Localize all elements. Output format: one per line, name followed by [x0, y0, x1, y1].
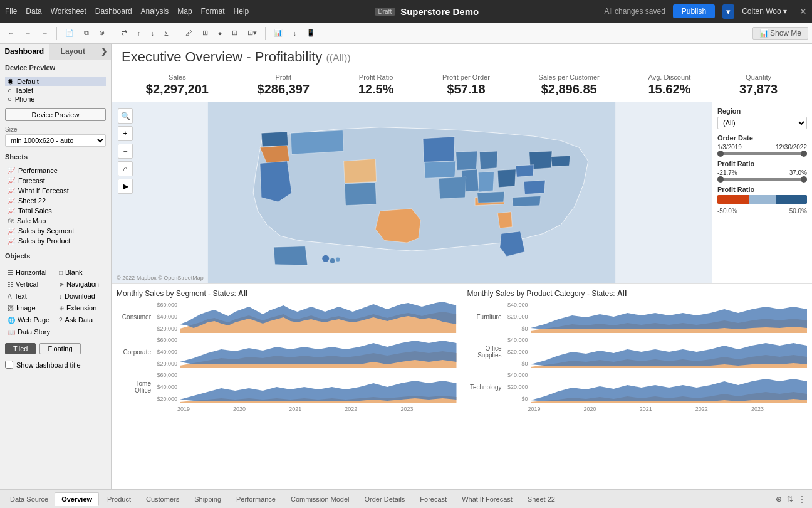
tab-product[interactable]: Product [100, 492, 138, 506]
tab-overview[interactable]: Overview [55, 492, 99, 506]
tab-what-if-forecast[interactable]: What If Forecast [455, 492, 519, 506]
sheet-forecast[interactable]: 📈 Forecast [5, 176, 106, 186]
profit-ratio-range: -21.7% 37.0% [717, 169, 807, 176]
tab-performance-label: Performance [236, 495, 276, 503]
view-data-button[interactable]: 📊 [270, 27, 286, 39]
obj-askdata[interactable]: ? Ask Data [56, 315, 106, 325]
publish-button[interactable]: Publish [673, 4, 715, 18]
map-zoom-out-button[interactable]: − [118, 144, 133, 159]
clear-button[interactable]: ⊗ [95, 27, 108, 39]
tab-shipping[interactable]: Shipping [187, 492, 228, 506]
sheet-label-salesproduct: Sales by Product [18, 237, 70, 245]
kpi-profit-ratio-value: 12.5% [358, 82, 394, 97]
sum-button[interactable]: Σ [160, 28, 172, 39]
tab-action-new[interactable]: ⊕ [774, 494, 783, 505]
device-view-button[interactable]: 📱 [303, 27, 319, 39]
sheet-label-totalsales: Total Sales [18, 207, 52, 214]
obj-extension[interactable]: ⊕ Extension [56, 303, 106, 313]
duplicate-button[interactable]: ⧉ [80, 27, 93, 39]
obj-vertical[interactable]: ☷ Vertical [5, 279, 55, 289]
swap-rows-cols-button[interactable]: ⇄ [118, 27, 131, 39]
sort-asc-button[interactable]: ↑ [133, 28, 145, 39]
show-me-button[interactable]: 📊 Show Me [752, 27, 808, 40]
device-option-default[interactable]: ◉ Default [5, 77, 106, 86]
tab-product-label: Product [107, 495, 131, 503]
sheet-sale-map[interactable]: 🗺 Sale Map [5, 216, 106, 226]
sheet-sales-product[interactable]: 📈 Sales by Product [5, 236, 106, 246]
group-button[interactable]: ⊞ [199, 27, 212, 39]
date-slider-right-thumb[interactable] [801, 151, 807, 157]
menu-data[interactable]: Data [26, 7, 41, 16]
fit-button[interactable]: ⊡ [228, 27, 241, 39]
device-option-phone[interactable]: ○ Phone [5, 95, 106, 103]
tab-data-source[interactable]: Data Source [5, 493, 53, 505]
tab-layout[interactable]: Layout [49, 44, 98, 60]
menu-worksheet[interactable]: Worksheet [51, 7, 86, 16]
publish-dropdown-button[interactable]: ▾ [722, 4, 734, 19]
map-home-button[interactable]: ⌂ [118, 161, 133, 176]
undo-button[interactable]: ← [4, 28, 18, 39]
menu-format[interactable]: Format [201, 7, 225, 16]
tab-performance[interactable]: Performance [229, 492, 283, 506]
menu-map[interactable]: Map [177, 7, 192, 16]
sheet-icon-performance: 📈 [8, 167, 15, 174]
kpi-sales: Sales $2,297,201 [146, 73, 209, 97]
new-sheet-button[interactable]: 📄 [61, 27, 78, 39]
fit-width-button[interactable]: ⊡▾ [244, 27, 261, 39]
device-phone-label: Phone [15, 95, 35, 103]
show-title-checkbox[interactable] [5, 361, 13, 369]
corporate-label: Corporate [117, 349, 151, 356]
sidebar-collapse-btn[interactable]: ❯ [97, 44, 111, 60]
download-view-button[interactable]: ↓ [289, 28, 300, 39]
map-play-button[interactable]: ▶ [118, 179, 133, 194]
user-menu[interactable]: Colten Woo ▾ [742, 7, 787, 16]
menu-file[interactable]: File [5, 7, 17, 16]
sort-desc-button[interactable]: ↓ [147, 28, 159, 39]
date-slider-left-thumb[interactable] [717, 151, 724, 157]
map-search-button[interactable]: 🔍 [118, 108, 133, 124]
sheet-sheet22[interactable]: 📈 Sheet 22 [5, 196, 106, 206]
redo-button[interactable]: → [21, 28, 35, 39]
obj-horizontal[interactable]: ☰ Horizontal [5, 267, 55, 277]
tab-commission[interactable]: Commission Model [284, 492, 357, 506]
menu-dashboard[interactable]: Dashboard [95, 7, 132, 16]
profit-ratio-slider-right-thumb[interactable] [801, 176, 807, 183]
obj-datastory[interactable]: 📖 Data Story [5, 327, 55, 337]
obj-text[interactable]: A Text [5, 291, 55, 301]
obj-download[interactable]: ↓ Download [56, 291, 106, 301]
region-filter-select[interactable]: (All) [717, 117, 807, 129]
close-button[interactable]: ✕ [799, 6, 807, 16]
tab-dashboard[interactable]: Dashboard [0, 44, 49, 60]
mark-type-button[interactable]: ● [214, 28, 226, 39]
tab-action-more[interactable]: ⋮ [797, 494, 807, 505]
size-select[interactable]: min 1000x620 - auto [5, 134, 106, 147]
sheet-what-if-forecast[interactable]: 📈 What If Forecast [5, 186, 106, 196]
sheet-sales-segment[interactable]: 📈 Sales by Segment [5, 226, 106, 236]
radio-tablet: ○ [8, 87, 12, 94]
menu-help[interactable]: Help [234, 7, 249, 16]
obj-image[interactable]: 🖼 Image [5, 303, 55, 313]
tab-sheet22[interactable]: Sheet 22 [521, 492, 562, 506]
device-preview-button[interactable]: Device Preview [5, 108, 106, 121]
map-zoom-in-button[interactable]: + [118, 126, 133, 141]
profit-ratio-slider-left-thumb[interactable] [717, 176, 724, 183]
sheet-performance[interactable]: 📈 Performance [5, 166, 106, 176]
tiled-button[interactable]: Tiled [5, 343, 36, 354]
kpi-row: Sales $2,297,201 Profit $286,397 Profit … [112, 68, 812, 102]
tab-action-sort[interactable]: ⇅ [786, 494, 794, 505]
obj-blank[interactable]: □ Blank [56, 267, 106, 277]
show-title-label: Show dashboard title [16, 361, 81, 369]
obj-blank-label: Blank [65, 268, 83, 276]
toolbar-separator-1 [56, 27, 57, 40]
obj-webpage[interactable]: 🌐 Web Page [5, 315, 55, 325]
tab-customers[interactable]: Customers [139, 492, 186, 506]
device-option-tablet[interactable]: ○ Tablet [5, 86, 106, 95]
tab-forecast[interactable]: Forecast [413, 492, 454, 506]
highlight-button[interactable]: 🖊 [182, 28, 196, 39]
sheet-total-sales[interactable]: 📈 Total Sales [5, 206, 106, 216]
floating-button[interactable]: Floating [39, 343, 80, 354]
forward-button[interactable]: → [38, 28, 52, 39]
tab-order-details[interactable]: Order Details [358, 492, 412, 506]
menu-analysis[interactable]: Analysis [141, 7, 169, 16]
obj-navigation[interactable]: ➤ Navigation [56, 279, 106, 289]
